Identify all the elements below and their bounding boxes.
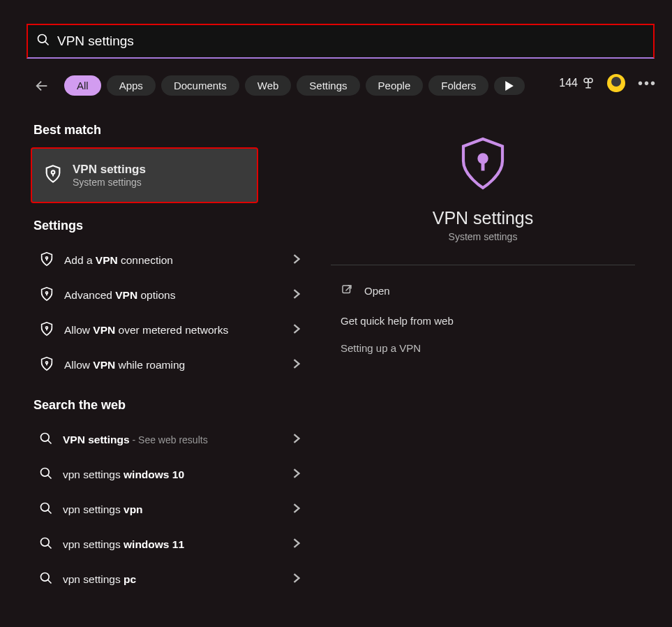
svg-line-17 (48, 441, 52, 444)
svg-marker-3 (505, 81, 514, 91)
setting-label: Allow VPN over metered networks (64, 324, 283, 337)
svg-line-19 (48, 475, 52, 479)
filter-row: All Apps Documents Web Settings People F… (33, 75, 525, 96)
quick-help-link[interactable]: Setting up a VPN (320, 331, 646, 357)
svg-line-25 (48, 580, 52, 584)
preview-subtitle: System settings (449, 231, 518, 242)
svg-point-10 (46, 292, 48, 294)
chevron-right-icon (293, 434, 300, 446)
setting-advanced-vpn[interactable]: Advanced VPN options (31, 278, 308, 313)
svg-point-14 (46, 362, 48, 364)
search-icon (39, 431, 53, 448)
svg-point-16 (41, 434, 50, 442)
shield-lock-icon (43, 164, 63, 186)
filter-all[interactable]: All (64, 75, 101, 96)
user-avatar[interactable] (607, 74, 625, 92)
search-icon (39, 501, 53, 518)
rewards-count: 144 (559, 77, 578, 89)
web-label: VPN settings - See web results (63, 434, 283, 446)
best-match-subtitle: System settings (73, 177, 146, 188)
svg-point-18 (41, 469, 50, 477)
search-icon (36, 33, 50, 50)
web-label: vpn settings windows 11 (63, 538, 283, 551)
search-input[interactable] (57, 34, 645, 49)
svg-point-24 (41, 573, 50, 582)
rewards-icon (582, 77, 595, 89)
more-button[interactable]: ••• (638, 75, 657, 91)
filter-people[interactable]: People (366, 75, 424, 96)
shield-lock-icon (39, 321, 54, 339)
filter-folders[interactable]: Folders (428, 75, 488, 96)
results-panel: Best match VPN settings System settings … (31, 123, 308, 597)
open-icon (341, 283, 353, 298)
best-match-title: VPN settings (73, 163, 146, 177)
web-label: vpn settings pc (63, 573, 283, 586)
chevron-right-icon (293, 254, 300, 267)
preview-panel: VPN settings System settings Open Get qu… (320, 116, 646, 357)
web-result-vpn[interactable]: vpn settings vpn (31, 492, 308, 527)
svg-point-22 (41, 538, 50, 547)
open-label: Open (364, 285, 390, 297)
search-icon (39, 571, 53, 588)
open-action[interactable]: Open (320, 265, 646, 301)
filter-web[interactable]: Web (245, 75, 292, 96)
setting-vpn-roaming[interactable]: Allow VPN while roaming (31, 348, 308, 383)
svg-point-0 (38, 35, 47, 43)
toolbar-right: 144 ••• (559, 74, 657, 92)
filter-settings[interactable]: Settings (297, 75, 359, 96)
setting-add-vpn[interactable]: Add a VPN connection (31, 243, 308, 278)
svg-point-12 (46, 327, 48, 329)
shield-lock-icon (39, 286, 54, 304)
web-result-vpn-settings[interactable]: VPN settings - See web results (31, 422, 308, 457)
section-best-match: Best match (33, 123, 308, 138)
quick-help-header: Get quick help from web (320, 301, 646, 331)
shield-lock-icon-large (454, 134, 512, 196)
chevron-right-icon (293, 289, 300, 302)
filter-apps[interactable]: Apps (107, 75, 156, 96)
section-web: Search the web (33, 398, 308, 413)
shield-lock-icon (39, 251, 54, 270)
section-settings: Settings (33, 219, 308, 233)
preview-header: VPN settings System settings (331, 116, 635, 265)
svg-point-6 (52, 170, 55, 174)
chevron-right-icon (293, 503, 300, 516)
setting-label: Add a VPN connection (64, 254, 283, 267)
web-result-pc[interactable]: vpn settings pc (31, 562, 308, 597)
play-button[interactable] (494, 77, 525, 95)
svg-point-4 (584, 78, 588, 82)
svg-line-21 (48, 510, 52, 514)
search-icon (39, 536, 53, 553)
svg-rect-27 (481, 161, 485, 171)
chevron-right-icon (293, 359, 300, 371)
svg-point-20 (41, 503, 50, 512)
web-label: vpn settings vpn (63, 503, 283, 516)
back-button[interactable] (33, 78, 50, 94)
chevron-right-icon (293, 469, 300, 481)
web-label: vpn settings windows 10 (63, 469, 283, 481)
search-icon (39, 466, 53, 483)
rewards-points[interactable]: 144 (559, 77, 595, 89)
web-result-win11[interactable]: vpn settings windows 11 (31, 527, 308, 562)
best-match-result[interactable]: VPN settings System settings (31, 147, 258, 203)
svg-line-23 (48, 545, 52, 549)
chevron-right-icon (293, 538, 300, 551)
search-bar[interactable] (27, 24, 655, 59)
chevron-right-icon (293, 324, 300, 337)
preview-title: VPN settings (433, 208, 534, 228)
svg-rect-28 (343, 286, 350, 293)
setting-vpn-metered[interactable]: Allow VPN over metered networks (31, 313, 308, 348)
setting-label: Advanced VPN options (64, 289, 283, 302)
svg-point-5 (588, 78, 592, 82)
web-result-win10[interactable]: vpn settings windows 10 (31, 457, 308, 492)
svg-point-8 (46, 257, 48, 259)
setting-label: Allow VPN while roaming (64, 359, 283, 371)
shield-lock-icon (39, 356, 54, 374)
svg-line-1 (45, 42, 49, 45)
filter-documents[interactable]: Documents (161, 75, 239, 96)
chevron-right-icon (293, 573, 300, 586)
